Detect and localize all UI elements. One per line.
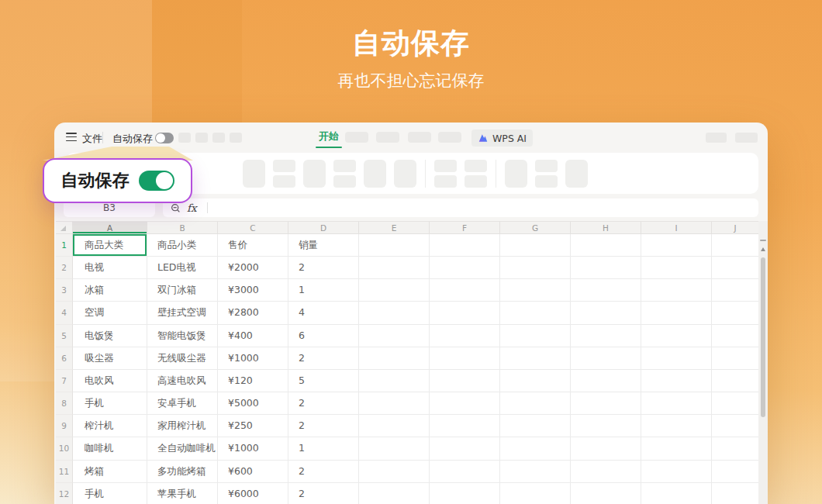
row-header[interactable]: 8 bbox=[56, 392, 73, 415]
cell[interactable]: 2 bbox=[288, 415, 359, 437]
cell[interactable]: 家用榨汁机 bbox=[147, 415, 218, 437]
tab-home[interactable]: 开始 bbox=[316, 129, 342, 143]
wps-ai-button[interactable]: WPS AI bbox=[471, 129, 533, 147]
cell[interactable]: 2 bbox=[288, 461, 359, 483]
cell[interactable]: 商品大类 bbox=[73, 234, 147, 257]
cell[interactable] bbox=[641, 302, 712, 324]
cell[interactable] bbox=[430, 370, 500, 392]
cell[interactable] bbox=[641, 437, 712, 460]
cell[interactable]: 烤箱 bbox=[73, 461, 147, 483]
cell[interactable]: 壁挂式空调 bbox=[147, 302, 218, 324]
cell[interactable] bbox=[641, 370, 712, 392]
cell[interactable] bbox=[571, 437, 641, 460]
tab-placeholder[interactable] bbox=[376, 132, 399, 143]
scrollbar-thumb[interactable] bbox=[761, 257, 765, 417]
cell[interactable]: 售价 bbox=[218, 234, 288, 257]
row-header[interactable]: 4 bbox=[56, 302, 73, 324]
cell[interactable] bbox=[359, 325, 430, 347]
cell[interactable] bbox=[430, 392, 500, 415]
cell[interactable] bbox=[500, 347, 571, 370]
cell[interactable]: ¥6000 bbox=[218, 483, 288, 504]
cell[interactable]: ¥600 bbox=[218, 461, 288, 483]
column-header[interactable]: I bbox=[641, 222, 712, 234]
row-header[interactable]: 6 bbox=[56, 347, 73, 370]
cell[interactable]: 咖啡机 bbox=[73, 437, 147, 460]
cell[interactable]: 榨汁机 bbox=[73, 415, 147, 437]
cell[interactable]: 安卓手机 bbox=[147, 392, 218, 415]
cell[interactable] bbox=[641, 415, 712, 437]
column-header[interactable]: G bbox=[500, 222, 571, 234]
ribbon-placeholder-button[interactable] bbox=[394, 160, 416, 188]
cell[interactable] bbox=[571, 234, 641, 257]
file-menu-button[interactable]: 文件 bbox=[82, 132, 102, 146]
cell[interactable]: 2 bbox=[288, 483, 359, 504]
cell[interactable]: 全自动咖啡机 bbox=[147, 437, 218, 460]
cell[interactable]: 无线吸尘器 bbox=[147, 347, 218, 370]
cell[interactable]: 商品小类 bbox=[147, 234, 218, 257]
cell[interactable] bbox=[500, 483, 571, 504]
cell[interactable]: 1 bbox=[288, 279, 359, 302]
cell[interactable] bbox=[500, 392, 571, 415]
cell[interactable] bbox=[571, 257, 641, 279]
toolbar-placeholder-button[interactable] bbox=[230, 133, 242, 143]
formula-input[interactable]: fx bbox=[163, 198, 758, 217]
column-header[interactable]: E bbox=[359, 222, 430, 234]
cell[interactable] bbox=[571, 415, 641, 437]
row-header[interactable]: 3 bbox=[56, 279, 73, 302]
cell[interactable] bbox=[359, 461, 430, 483]
cell[interactable] bbox=[430, 483, 500, 504]
cell[interactable] bbox=[359, 302, 430, 324]
autosave-callout-toggle[interactable] bbox=[139, 171, 174, 191]
cell[interactable] bbox=[641, 461, 712, 483]
row-header[interactable]: 5 bbox=[56, 325, 73, 347]
cell[interactable] bbox=[641, 279, 712, 302]
cell[interactable]: 吸尘器 bbox=[73, 347, 147, 370]
cell[interactable] bbox=[430, 461, 500, 483]
cell[interactable] bbox=[500, 370, 571, 392]
cell[interactable]: ¥1000 bbox=[218, 437, 288, 460]
row-header[interactable]: 2 bbox=[56, 257, 73, 279]
cell[interactable] bbox=[359, 279, 430, 302]
vertical-scrollbar[interactable] bbox=[758, 221, 768, 504]
cell[interactable] bbox=[571, 483, 641, 504]
cell[interactable]: LED电视 bbox=[147, 257, 218, 279]
cell[interactable]: 冰箱 bbox=[73, 279, 147, 302]
cell[interactable] bbox=[641, 347, 712, 370]
cell[interactable] bbox=[500, 437, 571, 460]
cell[interactable] bbox=[500, 257, 571, 279]
cell[interactable] bbox=[712, 347, 759, 370]
cell[interactable] bbox=[641, 257, 712, 279]
cell[interactable]: 2 bbox=[288, 392, 359, 415]
cell[interactable]: ¥3000 bbox=[218, 279, 288, 302]
column-header[interactable]: H bbox=[571, 222, 641, 234]
column-header[interactable]: F bbox=[430, 222, 500, 234]
cell[interactable] bbox=[571, 461, 641, 483]
ribbon-placeholder-button[interactable] bbox=[505, 160, 527, 188]
cell[interactable] bbox=[641, 483, 712, 504]
toolbar-placeholder-button[interactable] bbox=[178, 133, 191, 143]
cell[interactable] bbox=[712, 257, 759, 279]
cell[interactable] bbox=[712, 461, 759, 483]
scroll-up-arrow-icon[interactable] bbox=[761, 247, 765, 251]
cell[interactable]: 销量 bbox=[288, 234, 359, 257]
cell[interactable]: 电视 bbox=[73, 257, 147, 279]
cell[interactable]: ¥400 bbox=[218, 325, 288, 347]
row-header[interactable]: 9 bbox=[56, 415, 73, 437]
cell[interactable] bbox=[712, 234, 759, 257]
cell[interactable] bbox=[430, 279, 500, 302]
ribbon-placeholder-button-pair[interactable] bbox=[333, 160, 356, 188]
cell[interactable]: 电饭煲 bbox=[73, 325, 147, 347]
cell[interactable] bbox=[712, 437, 759, 460]
cell[interactable]: 1 bbox=[288, 437, 359, 460]
cell[interactable] bbox=[571, 302, 641, 324]
cell[interactable]: ¥1000 bbox=[218, 347, 288, 370]
cell[interactable] bbox=[500, 279, 571, 302]
cell[interactable] bbox=[712, 370, 759, 392]
cell[interactable] bbox=[571, 347, 641, 370]
column-header[interactable]: J bbox=[712, 222, 759, 234]
cell[interactable]: ¥250 bbox=[218, 415, 288, 437]
cell[interactable] bbox=[571, 279, 641, 302]
zoom-out-icon[interactable] bbox=[171, 203, 181, 213]
row-header[interactable]: 12 bbox=[56, 483, 73, 504]
toolbar-placeholder-button[interactable] bbox=[706, 133, 727, 143]
